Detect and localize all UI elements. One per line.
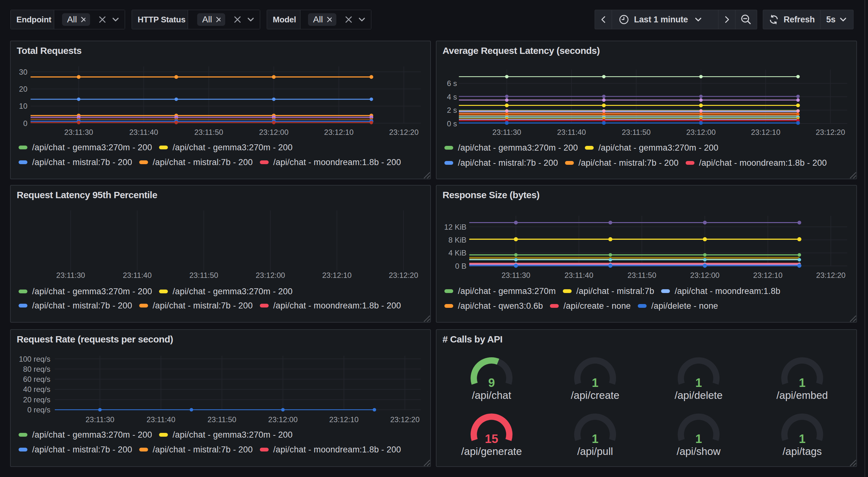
svg-text:1: 1 [592, 432, 598, 446]
svg-text:4 KiB: 4 KiB [448, 248, 466, 257]
svg-text:/api/chat: /api/chat [472, 389, 511, 401]
svg-text:23:11:50: 23:11:50 [194, 128, 223, 137]
svg-text:23:12:10: 23:12:10 [322, 271, 351, 279]
svg-text:23:11:50: 23:11:50 [622, 128, 651, 137]
svg-text:23:11:40: 23:11:40 [564, 271, 593, 279]
svg-text:23:12:20: 23:12:20 [389, 128, 418, 137]
svg-text:23:12:10: 23:12:10 [324, 128, 353, 137]
svg-text:1: 1 [799, 376, 805, 389]
svg-text:/api/generate: /api/generate [461, 446, 522, 457]
svg-text:0 s: 0 s [447, 119, 457, 128]
svg-text:100 req/s: 100 req/s [19, 355, 51, 363]
svg-text:9: 9 [488, 376, 495, 389]
svg-text:/api/create: /api/create [571, 389, 619, 401]
svg-text:0 B: 0 B [455, 262, 466, 270]
svg-text:23:11:50: 23:11:50 [627, 271, 656, 279]
svg-text:/api/tags: /api/tags [783, 446, 822, 457]
svg-text:23:11:40: 23:11:40 [147, 415, 176, 424]
svg-text:23:12:00: 23:12:00 [259, 128, 288, 137]
svg-text:23:11:40: 23:11:40 [557, 128, 586, 137]
svg-text:23:11:30: 23:11:30 [492, 128, 521, 137]
svg-text:23:12:10: 23:12:10 [753, 271, 782, 279]
svg-text:4 s: 4 s [447, 93, 457, 101]
svg-text:23:11:30: 23:11:30 [85, 415, 114, 424]
svg-text:23:12:00: 23:12:00 [256, 271, 285, 279]
svg-text:/api/embed: /api/embed [776, 389, 828, 401]
svg-text:/api/pull: /api/pull [577, 446, 613, 457]
svg-text:12 KiB: 12 KiB [444, 223, 466, 231]
svg-text:8 KiB: 8 KiB [448, 236, 466, 244]
svg-text:1: 1 [592, 376, 598, 389]
svg-text:23:12:20: 23:12:20 [816, 128, 845, 137]
svg-text:20 req/s: 20 req/s [23, 395, 51, 404]
svg-text:23:12:10: 23:12:10 [329, 415, 359, 424]
svg-text:1: 1 [799, 432, 805, 446]
svg-text:80 req/s: 80 req/s [23, 365, 51, 374]
svg-text:40 req/s: 40 req/s [23, 385, 51, 393]
svg-text:23:12:20: 23:12:20 [390, 415, 420, 424]
svg-text:6 s: 6 s [447, 79, 457, 88]
svg-text:23:11:30: 23:11:30 [501, 271, 530, 279]
svg-text:23:12:10: 23:12:10 [751, 128, 780, 137]
svg-text:0 req/s: 0 req/s [27, 406, 51, 414]
svg-text:60 req/s: 60 req/s [23, 375, 51, 383]
svg-text:15: 15 [485, 432, 498, 446]
svg-text:23:11:30: 23:11:30 [64, 128, 93, 137]
svg-text:23:11:40: 23:11:40 [123, 271, 152, 279]
svg-text:23:12:20: 23:12:20 [389, 271, 418, 279]
svg-text:1: 1 [695, 376, 702, 389]
svg-text:1: 1 [695, 432, 702, 446]
svg-text:/api/delete: /api/delete [675, 389, 722, 401]
svg-text:2 s: 2 s [447, 106, 457, 114]
svg-text:/api/show: /api/show [677, 446, 721, 457]
svg-text:23:11:50: 23:11:50 [189, 271, 218, 279]
svg-text:23:12:00: 23:12:00 [268, 415, 298, 424]
svg-text:30: 30 [19, 68, 27, 76]
svg-text:10: 10 [19, 102, 27, 110]
svg-text:23:12:20: 23:12:20 [816, 271, 845, 279]
svg-text:23:11:50: 23:11:50 [208, 415, 237, 424]
svg-text:23:12:00: 23:12:00 [690, 271, 719, 279]
svg-text:0: 0 [23, 119, 27, 128]
svg-text:20: 20 [19, 85, 27, 93]
svg-text:23:12:00: 23:12:00 [686, 128, 716, 137]
svg-text:23:11:30: 23:11:30 [56, 271, 85, 279]
svg-text:23:11:40: 23:11:40 [129, 128, 158, 137]
